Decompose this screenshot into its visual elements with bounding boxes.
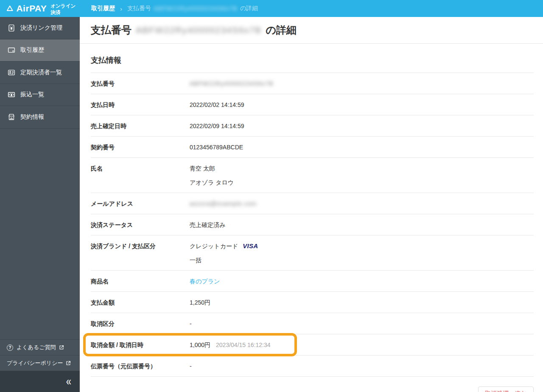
row-value: 青空 太郎アオゾラ タロウ bbox=[190, 164, 234, 187]
row-value: 2022/02/02 14:14:59 bbox=[190, 101, 244, 109]
sidebar-footer-links: ?よくあるご質問プライバシーポリシー bbox=[0, 339, 80, 371]
sidebar-item-0[interactable]: 決済リンク管理 bbox=[0, 17, 80, 39]
row-label: 氏名 bbox=[91, 164, 190, 173]
footer-link-label: プライバシーポリシー bbox=[7, 359, 63, 367]
row-value-line: 青空 太郎 bbox=[190, 164, 234, 173]
table-row: 支払番号ABFW22Ry40000234S6x7B bbox=[91, 73, 534, 94]
table-row: メールアドレスaozora@example.com bbox=[91, 193, 534, 214]
row-value: 1,250円 bbox=[190, 298, 210, 307]
page-title: 支払番号 ABFW22Ry40000234S6x7B の詳細 bbox=[91, 23, 297, 37]
row-label: 伝票番号（元伝票番号） bbox=[91, 362, 190, 370]
sidebar-footer-link-1[interactable]: プライバシーポリシー bbox=[0, 355, 80, 371]
sidebar-item-label: 振込一覧 bbox=[20, 91, 44, 98]
collapse-chevron-icon: « bbox=[66, 375, 71, 387]
store-icon bbox=[7, 113, 16, 121]
redacted-value: aozora@example.com bbox=[190, 200, 257, 207]
logo-text: AirPAY bbox=[16, 3, 47, 14]
table-row: 伝票番号（元伝票番号）- bbox=[91, 356, 534, 377]
top-header-bar: AirPAY オンライン決済 取引履歴 › 支払番号 ABFW22Ry40000… bbox=[0, 0, 543, 17]
proceed-cancel-button[interactable]: 取消処理へ進む bbox=[478, 386, 534, 392]
table-row: 売上確定日時2022/02/09 14:14:59 bbox=[91, 115, 534, 137]
row-label: 売上確定日時 bbox=[91, 122, 190, 130]
cancel-datetime: 2023/04/15 16:12:34 bbox=[216, 342, 270, 348]
external-link-icon bbox=[66, 361, 71, 366]
table-row: 取消区分- bbox=[91, 313, 534, 334]
row-value: - bbox=[190, 362, 192, 370]
table-row: 決済ブランド / 支払区分クレジットカードVISA一括 bbox=[91, 235, 534, 271]
row-value: 1,000円2023/04/15 16:12:34 bbox=[190, 341, 271, 349]
visa-logo: VISA bbox=[243, 242, 258, 249]
breadcrumb-current-prefix: 支払番号 bbox=[127, 5, 151, 12]
id-card-icon bbox=[7, 68, 16, 77]
page-title-redacted-number: ABFW22Ry40000234S6x7B bbox=[136, 25, 262, 35]
row-label: 取消区分 bbox=[91, 319, 190, 328]
row-value-text: 0123456789ABCDE bbox=[190, 144, 243, 151]
breadcrumb-current-suffix: の詳細 bbox=[240, 5, 258, 12]
table-row: 支払金額1,250円 bbox=[91, 292, 534, 313]
sidebar-menu: 決済リンク管理取引履歴定期決済者一覧振込一覧契約情報 bbox=[0, 17, 80, 129]
action-button-area: 取消処理へ進む bbox=[91, 377, 534, 392]
sidebar-item-label: 決済リンク管理 bbox=[20, 24, 62, 32]
sidebar-footer-link-0[interactable]: ?よくあるご質問 bbox=[0, 339, 80, 355]
row-label: 決済ステータス bbox=[91, 221, 190, 229]
info-table: 支払番号ABFW22Ry40000234S6x7B支払日時2022/02/02 … bbox=[91, 73, 534, 377]
row-value: 2022/02/09 14:14:59 bbox=[190, 122, 244, 130]
redacted-value: ABFW22Ry40000234S6x7B bbox=[190, 80, 274, 87]
main-content: 支払番号 ABFW22Ry40000234S6x7B の詳細 支払情報 支払番号… bbox=[80, 0, 543, 392]
row-value: 売上確定済み bbox=[190, 221, 225, 229]
page-title-bar: 支払番号 ABFW22Ry40000234S6x7B の詳細 bbox=[80, 17, 543, 44]
sidebar-item-3[interactable]: 振込一覧 bbox=[0, 84, 80, 106]
airpay-logo[interactable]: AirPAY オンライン決済 bbox=[0, 1, 80, 16]
question-icon: ? bbox=[7, 344, 13, 351]
row-label: 支払日時 bbox=[91, 101, 190, 109]
sidebar-item-label: 取引履歴 bbox=[20, 46, 44, 54]
row-value: aozora@example.com bbox=[190, 199, 257, 208]
payment-link-icon bbox=[7, 24, 16, 32]
breadcrumb-parent-link[interactable]: 取引履歴 bbox=[91, 5, 115, 12]
logo-subtitle: オンライン決済 bbox=[50, 1, 80, 16]
installment-type: 一括 bbox=[190, 256, 258, 264]
row-value-text: 2022/02/09 14:14:59 bbox=[190, 123, 244, 129]
banknote-icon bbox=[7, 90, 16, 99]
section-title: 支払情報 bbox=[91, 55, 534, 65]
row-label: 支払金額 bbox=[91, 298, 190, 307]
sidebar-item-4[interactable]: 契約情報 bbox=[0, 106, 80, 129]
external-link-icon bbox=[59, 345, 64, 350]
row-label: 支払番号 bbox=[91, 79, 190, 88]
row-value: 0123456789ABCDE bbox=[190, 143, 243, 151]
table-row: 支払日時2022/02/02 14:14:59 bbox=[91, 94, 534, 115]
table-row: 氏名青空 太郎アオゾラ タロウ bbox=[91, 158, 534, 193]
sidebar-item-2[interactable]: 定期決済者一覧 bbox=[0, 62, 80, 84]
sidebar-item-label: 契約情報 bbox=[20, 113, 44, 121]
table-row: 契約番号0123456789ABCDE bbox=[91, 137, 534, 158]
row-value-text: 1,250円 bbox=[190, 299, 210, 306]
air-triangle-icon bbox=[6, 4, 14, 13]
row-value-text: 2022/02/02 14:14:59 bbox=[190, 101, 244, 108]
row-value: ABFW22Ry40000234S6x7B bbox=[190, 79, 274, 88]
footer-link-label: よくあるご質問 bbox=[17, 344, 56, 351]
brand-text: クレジットカード bbox=[190, 243, 238, 249]
row-label: 商品名 bbox=[91, 277, 190, 286]
sidebar-item-label: 定期決済者一覧 bbox=[20, 69, 62, 76]
breadcrumb: 取引履歴 › 支払番号 ABFW22Ry40000234S6x7B の詳細 bbox=[91, 5, 258, 12]
sidebar-item-1[interactable]: 取引履歴 bbox=[0, 39, 80, 62]
row-label: メールアドレス bbox=[91, 199, 190, 208]
row-value-text: - bbox=[190, 320, 192, 327]
page-title-suffix: の詳細 bbox=[266, 23, 297, 37]
row-value: 春のプラン bbox=[190, 277, 220, 286]
credit-card-icon bbox=[7, 46, 16, 54]
breadcrumb-separator-icon: › bbox=[120, 5, 122, 12]
table-row: 取消金額 / 取消日時1,000円2023/04/15 16:12:34 bbox=[91, 334, 534, 356]
row-value-text: - bbox=[190, 363, 192, 370]
row-label: 契約番号 bbox=[91, 143, 190, 151]
row-value-text: 1,000円 bbox=[190, 342, 210, 348]
page-title-prefix: 支払番号 bbox=[91, 23, 132, 37]
sidebar: 決済リンク管理取引履歴定期決済者一覧振込一覧契約情報 ?よくあるご質問プライバシ… bbox=[0, 17, 80, 392]
breadcrumb-redacted-number: ABFW22Ry40000234S6x7B bbox=[154, 5, 238, 12]
row-value: クレジットカードVISA一括 bbox=[190, 242, 258, 264]
table-row: 決済ステータス売上確定済み bbox=[91, 214, 534, 235]
row-value: - bbox=[190, 319, 192, 328]
sidebar-spacer bbox=[0, 129, 80, 340]
sidebar-collapse-button[interactable]: « bbox=[0, 371, 80, 392]
product-name-link[interactable]: 春のプラン bbox=[190, 278, 220, 285]
